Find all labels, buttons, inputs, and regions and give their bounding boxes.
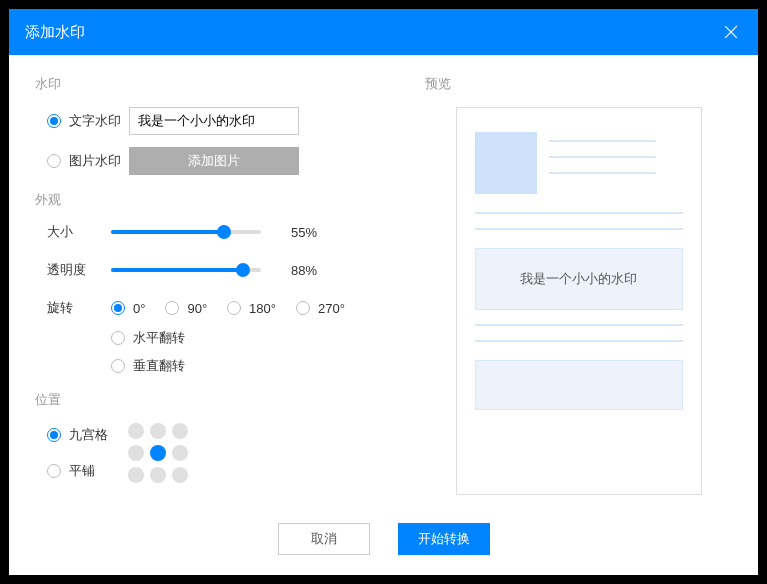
flip-vertical-radio[interactable] [111,359,125,373]
grid-cell-8[interactable] [172,467,188,483]
preview-line [475,228,683,230]
watermark-section-title: 水印 [35,75,425,93]
position-tile-radio[interactable] [47,464,61,478]
preview-watermark: 我是一个小小的水印 [475,248,683,310]
size-slider-thumb[interactable] [217,225,231,239]
preview-block [475,360,683,410]
text-watermark-radio[interactable] [47,114,61,128]
flip-vertical-label: 垂直翻转 [133,357,185,375]
grid-cell-0[interactable] [128,423,144,439]
watermark-text-input[interactable] [129,107,299,135]
image-watermark-label: 图片水印 [69,152,129,170]
rotate-270-radio[interactable] [296,301,310,315]
preview-image-placeholder [475,132,537,194]
position-grid [128,423,188,483]
grid-cell-2[interactable] [172,423,188,439]
opacity-label: 透明度 [35,261,111,279]
position-grid-label: 九宫格 [69,426,108,444]
flip-horizontal-radio[interactable] [111,331,125,345]
rotate-label: 旋转 [35,299,111,317]
opacity-slider[interactable] [111,268,261,272]
watermark-dialog: 添加水印 水印 文字水印 图片水印 添加图片 外观 大小 [9,9,758,575]
grid-cell-7[interactable] [150,467,166,483]
cancel-button[interactable]: 取消 [278,523,370,555]
preview-pane: 我是一个小小的水印 [456,107,702,495]
grid-cell-5[interactable] [172,445,188,461]
preview-line [549,172,656,174]
rotate-90-label: 90° [187,301,207,316]
rotate-270-label: 270° [318,301,345,316]
appearance-section-title: 外观 [35,191,425,209]
preview-watermark-text: 我是一个小小的水印 [520,270,637,288]
grid-cell-3[interactable] [128,445,144,461]
rotate-90-radio[interactable] [165,301,179,315]
preview-line [549,156,656,158]
text-watermark-label: 文字水印 [69,112,129,130]
preview-line [549,140,656,142]
add-image-button[interactable]: 添加图片 [129,147,299,175]
size-label: 大小 [35,223,111,241]
dialog-header: 添加水印 [9,9,758,55]
position-grid-radio[interactable] [47,428,61,442]
position-section-title: 位置 [35,391,425,409]
preview-line [475,212,683,214]
close-icon [721,22,741,42]
rotate-180-label: 180° [249,301,276,316]
position-tile-label: 平铺 [69,462,95,480]
opacity-slider-thumb[interactable] [236,263,250,277]
confirm-button[interactable]: 开始转换 [398,523,490,555]
opacity-value: 88% [291,263,317,278]
grid-cell-4[interactable] [150,445,166,461]
image-watermark-radio[interactable] [47,154,61,168]
size-slider[interactable] [111,230,261,234]
close-button[interactable] [718,19,744,45]
dialog-footer: 取消 开始转换 [9,509,758,575]
preview-line [475,324,683,326]
rotate-180-radio[interactable] [227,301,241,315]
grid-cell-6[interactable] [128,467,144,483]
rotate-0-label: 0° [133,301,145,316]
dialog-title: 添加水印 [25,23,85,42]
preview-title: 预览 [425,75,732,93]
grid-cell-1[interactable] [150,423,166,439]
rotate-0-radio[interactable] [111,301,125,315]
size-value: 55% [291,225,317,240]
flip-horizontal-label: 水平翻转 [133,329,185,347]
preview-line [475,340,683,342]
